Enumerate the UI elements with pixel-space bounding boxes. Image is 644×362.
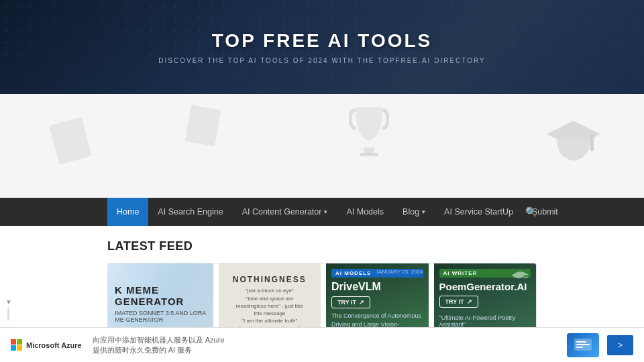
ms-yellow-square	[17, 345, 22, 351]
search-icon[interactable]: 🔍	[525, 206, 537, 217]
svg-rect-1	[360, 153, 378, 156]
svg-rect-3	[590, 134, 594, 151]
arrow-icon: ↗	[359, 299, 364, 306]
ad-logo-text: Microsoft Azure	[26, 341, 82, 349]
scroll-bar	[7, 307, 9, 320]
svg-rect-0	[364, 147, 374, 153]
poem-try-it-button[interactable]: TRY IT ↗	[439, 296, 478, 308]
ad-logo: Microsoft Azure	[11, 339, 82, 351]
svg-rect-5	[576, 341, 586, 343]
nav-item-blog[interactable]: Blog ▾	[393, 198, 435, 226]
hero-section: TOP FREE AI TOOLS DISCOVER THE TOP AI TO…	[0, 0, 644, 94]
trophy-icon	[349, 101, 389, 161]
ad-main-text: 向应用中添加智能机器人服务以及 Azure 提供的随时永久免费的 AI 服务	[93, 335, 559, 355]
scroll-arrow-down: ▼	[5, 298, 12, 306]
microsoft-logo	[11, 339, 22, 351]
site-subtitle: DISCOVER THE TOP AI TOOLS OF 2024 WITH T…	[158, 57, 485, 64]
latest-feed-title: LATEST FEED	[107, 239, 537, 253]
main-nav: Home AI Search Engine AI Content Generat…	[0, 198, 644, 226]
ad-banner: Microsoft Azure 向应用中添加智能机器人服务以及 Azure 提供…	[0, 327, 644, 358]
nav-list: Home AI Search Engine AI Content Generat…	[107, 198, 568, 226]
chat-icon	[573, 337, 593, 353]
scroll-indicator: ▼	[5, 298, 12, 320]
card-meme-sub: IMATED SONNET 3.5 AND LORAME GENERATOR	[115, 310, 206, 323]
paper-float-2	[185, 105, 221, 147]
svg-rect-7	[576, 347, 583, 348]
card-drivevlm-date: JANUARY 23, 2024	[376, 269, 423, 275]
grad-cap-icon	[543, 114, 604, 174]
card-drivevlm-title: DriveVLM	[331, 281, 423, 293]
site-title: TOP FREE AI TOOLS	[212, 30, 432, 52]
floating-area	[0, 94, 644, 198]
nav-item-home[interactable]: Home	[107, 198, 148, 226]
ad-graphic	[567, 333, 599, 357]
nav-item-models[interactable]: AI Models	[337, 198, 393, 226]
dropdown-arrow-content: ▾	[324, 208, 327, 215]
nav-item-startup[interactable]: AI Service StartUp	[435, 198, 523, 226]
ms-blue-square	[11, 345, 16, 351]
card-meme-title: K MEME GENERATOR	[115, 284, 207, 307]
ms-green-square	[17, 339, 22, 345]
card-nothing-title: NOTHINGNESS	[233, 275, 307, 284]
card-poem-title: PoemGenerator.AI	[439, 281, 531, 292]
nav-item-content-gen[interactable]: AI Content Generator ▾	[233, 198, 337, 226]
svg-rect-6	[576, 344, 590, 345]
card-poem-desc: "Ultimate AI-Powered Poetry Assistant"	[439, 314, 531, 328]
nav-item-search[interactable]: AI Search Engine	[148, 198, 232, 226]
ad-main-line: 向应用中添加智能机器人服务以及 Azure	[93, 335, 559, 345]
ad-cta-button[interactable]: >	[607, 335, 633, 355]
ms-red-square	[11, 339, 16, 345]
ad-sub-line: 提供的随时永久免费的 AI 服务	[93, 345, 559, 355]
paper-float-1	[49, 117, 92, 165]
drivevlm-try-it-button[interactable]: TRY IT ↗	[331, 296, 370, 308]
dropdown-arrow-blog: ▾	[422, 208, 425, 215]
card-nothing-text: "just a block on eye" "time and space ar…	[236, 287, 303, 332]
dove-icon	[511, 269, 531, 282]
arrow-icon-poem: ↗	[467, 298, 472, 305]
